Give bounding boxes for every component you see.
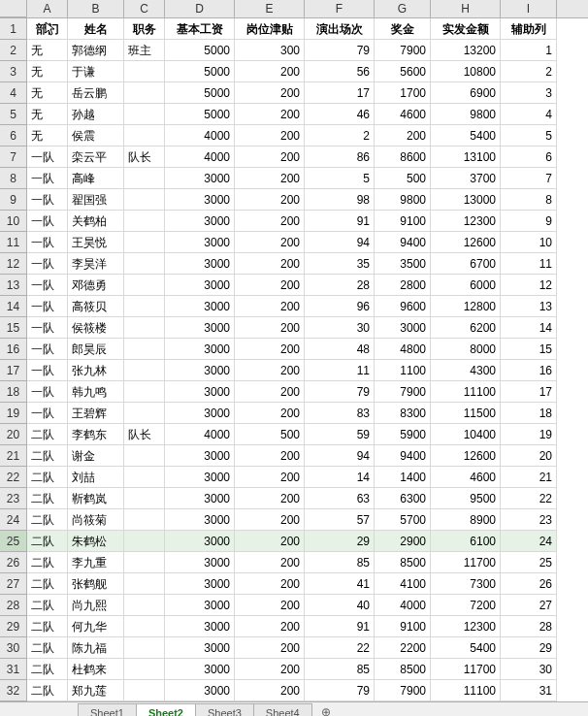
cell[interactable]: 2900 <box>375 531 431 552</box>
row-header[interactable]: 6 <box>0 125 27 146</box>
column-title[interactable]: 部门 <box>27 18 68 40</box>
column-header-H[interactable]: H <box>431 0 501 17</box>
cell[interactable]: 11100 <box>431 680 501 701</box>
row-header[interactable]: 3 <box>0 61 27 82</box>
cell[interactable]: 4000 <box>165 125 235 146</box>
row-header[interactable]: 18 <box>0 381 27 403</box>
cell[interactable]: 3000 <box>165 509 235 531</box>
cell[interactable]: 3000 <box>165 189 235 211</box>
row-header[interactable]: 17 <box>0 360 27 381</box>
cell[interactable]: 4100 <box>375 573 431 595</box>
cell[interactable]: 栾云平 <box>68 146 124 168</box>
cell[interactable]: 尚筱菊 <box>68 509 124 531</box>
cell[interactable]: 13100 <box>431 146 501 168</box>
cell[interactable] <box>124 659 165 680</box>
cell[interactable]: 200 <box>235 275 305 296</box>
cell[interactable]: 200 <box>235 531 305 552</box>
cell[interactable]: 10 <box>501 232 557 253</box>
column-header-E[interactable]: E <box>235 0 305 17</box>
cell[interactable]: 7 <box>501 168 557 189</box>
cell[interactable]: 12 <box>501 275 557 296</box>
row-header[interactable]: 23 <box>0 488 27 509</box>
column-header-B[interactable]: B <box>68 0 124 17</box>
cell[interactable]: 12300 <box>431 211 501 232</box>
cell[interactable]: 200 <box>235 659 305 680</box>
cell[interactable] <box>124 232 165 253</box>
cell[interactable]: 孙越 <box>68 104 124 125</box>
cell[interactable]: 16 <box>501 360 557 381</box>
row-header[interactable]: 29 <box>0 616 27 637</box>
cell[interactable]: 15 <box>501 339 557 360</box>
cell[interactable]: 8300 <box>375 403 431 424</box>
cell[interactable]: 2 <box>501 61 557 82</box>
column-title[interactable]: 实发金额 <box>431 18 501 40</box>
cell[interactable] <box>124 573 165 595</box>
cell[interactable]: 郭德纲 <box>68 40 124 61</box>
cell[interactable] <box>124 445 165 467</box>
cell[interactable]: 3000 <box>165 659 235 680</box>
cell[interactable]: 10400 <box>431 424 501 445</box>
cell[interactable]: 靳鹤岚 <box>68 488 124 509</box>
cell[interactable]: 3000 <box>165 467 235 488</box>
cell[interactable]: 1100 <box>375 360 431 381</box>
row-header[interactable]: 11 <box>0 232 27 253</box>
cell[interactable]: 8000 <box>431 339 501 360</box>
cell[interactable] <box>124 82 165 104</box>
cell[interactable]: 30 <box>501 659 557 680</box>
row-header[interactable]: 9 <box>0 189 27 211</box>
cell[interactable]: 二队 <box>27 616 68 637</box>
cell[interactable]: 5000 <box>165 82 235 104</box>
row-header[interactable]: 26 <box>0 552 27 573</box>
cell[interactable]: 3500 <box>375 253 431 275</box>
sheet-tab[interactable]: Sheet2 <box>136 703 196 717</box>
cell[interactable]: 200 <box>235 82 305 104</box>
cell[interactable]: 57 <box>305 509 375 531</box>
cell[interactable] <box>124 403 165 424</box>
cell[interactable]: 9400 <box>375 232 431 253</box>
cell[interactable]: 4800 <box>375 339 431 360</box>
cell[interactable]: 8900 <box>431 509 501 531</box>
cell[interactable] <box>124 275 165 296</box>
cell[interactable] <box>124 509 165 531</box>
cell[interactable]: 8600 <box>375 146 431 168</box>
cell[interactable]: 40 <box>305 595 375 616</box>
cell[interactable] <box>124 104 165 125</box>
cell[interactable]: 2 <box>305 125 375 146</box>
cell[interactable]: 7300 <box>431 573 501 595</box>
select-all-corner[interactable] <box>0 0 27 17</box>
cell[interactable]: 7900 <box>375 381 431 403</box>
cell[interactable]: 5 <box>501 125 557 146</box>
column-header-C[interactable]: C <box>124 0 165 17</box>
cell[interactable]: 200 <box>235 168 305 189</box>
cell[interactable]: 3000 <box>165 637 235 659</box>
cell[interactable]: 12600 <box>431 232 501 253</box>
cell[interactable]: 31 <box>501 680 557 701</box>
cell[interactable]: 6000 <box>431 275 501 296</box>
cell[interactable]: 一队 <box>27 296 68 317</box>
cell[interactable]: 谢金 <box>68 445 124 467</box>
cell[interactable]: 1400 <box>375 467 431 488</box>
cell[interactable]: 3000 <box>165 232 235 253</box>
cell[interactable]: 24 <box>501 531 557 552</box>
cell[interactable]: 一队 <box>27 317 68 339</box>
cell[interactable]: 一队 <box>27 360 68 381</box>
cell[interactable] <box>124 125 165 146</box>
cell[interactable]: 4000 <box>375 595 431 616</box>
cell[interactable] <box>124 531 165 552</box>
row-header[interactable]: 16 <box>0 339 27 360</box>
cell[interactable]: 200 <box>235 552 305 573</box>
cell[interactable]: 王碧辉 <box>68 403 124 424</box>
cell[interactable]: 3 <box>501 82 557 104</box>
cell[interactable]: 3000 <box>165 339 235 360</box>
cell[interactable]: 11500 <box>431 403 501 424</box>
cell[interactable]: 一队 <box>27 403 68 424</box>
cell[interactable]: 二队 <box>27 595 68 616</box>
cell[interactable]: 200 <box>235 104 305 125</box>
cell[interactable]: 3000 <box>165 275 235 296</box>
cell[interactable] <box>124 680 165 701</box>
cell[interactable] <box>124 317 165 339</box>
cell[interactable]: 3000 <box>165 317 235 339</box>
cell[interactable]: 无 <box>27 61 68 82</box>
cell[interactable]: 41 <box>305 573 375 595</box>
cell[interactable]: 翟国强 <box>68 189 124 211</box>
